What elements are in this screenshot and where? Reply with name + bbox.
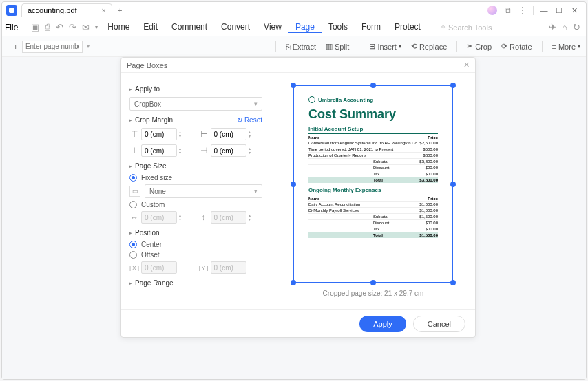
open-external-icon[interactable]: ⧉ bbox=[503, 6, 512, 15]
summary-row: Tax$00.00 bbox=[308, 226, 438, 232]
section-page-range[interactable]: ▸Page Range bbox=[129, 279, 262, 287]
margin-bottom-input[interactable] bbox=[141, 144, 177, 157]
margin-right-input[interactable] bbox=[211, 144, 246, 157]
custom-width-input bbox=[141, 211, 177, 224]
tab-edit[interactable]: Edit bbox=[136, 22, 165, 33]
document-tab[interactable]: accounting.pdf × bbox=[21, 3, 112, 17]
margin-top-icon: ⊤ bbox=[129, 129, 139, 139]
save-icon[interactable]: ▣ bbox=[31, 22, 39, 32]
page-size-select[interactable]: None▾ bbox=[145, 184, 262, 198]
summary-row: Total$1,500.00 bbox=[308, 232, 438, 238]
mail-icon[interactable]: ✉ bbox=[82, 22, 90, 32]
app-logo-icon bbox=[6, 5, 17, 16]
preview-title: Cost Summary bbox=[308, 107, 438, 122]
dialog-footer: Apply Cancel bbox=[121, 309, 475, 337]
crop-handle-tr[interactable] bbox=[450, 83, 456, 88]
section-position[interactable]: ▸Position bbox=[129, 229, 262, 237]
apply-to-select[interactable]: CropBox▾ bbox=[129, 97, 262, 111]
preview-section2: Ongoing Monthly Expenses bbox=[308, 187, 438, 193]
tab-protect[interactable]: Protect bbox=[388, 22, 428, 33]
page-number-input[interactable] bbox=[22, 41, 83, 53]
home-icon[interactable]: ⌂ bbox=[562, 22, 567, 32]
crop-handle-tm[interactable] bbox=[370, 83, 376, 88]
chevron-down-icon[interactable]: ▾ bbox=[95, 24, 98, 30]
chevron-down-icon: ▾ bbox=[254, 100, 258, 107]
rotate-button[interactable]: ⟳Rotate bbox=[498, 41, 534, 52]
search-tools[interactable]: ✧ Search Tools bbox=[440, 23, 492, 32]
spinner: ▴▾ bbox=[179, 213, 181, 221]
dialog-close-icon[interactable]: ✕ bbox=[463, 61, 470, 69]
file-menu[interactable]: File bbox=[5, 23, 18, 32]
redo-icon[interactable]: ↷ bbox=[69, 22, 76, 32]
radio-icon bbox=[129, 201, 137, 208]
split-button[interactable]: ▥Split bbox=[323, 41, 352, 52]
crop-button[interactable]: ✂Crop bbox=[464, 41, 494, 52]
custom-height-input bbox=[211, 211, 246, 224]
crop-handle-bl[interactable] bbox=[291, 280, 296, 285]
app-window: accounting.pdf × + ⧉ ⋮ — ☐ ✕ File ▣ ⎙ ↶ … bbox=[1, 1, 587, 380]
window-close-button[interactable]: ✕ bbox=[568, 6, 580, 15]
crop-preview[interactable]: Umbrella Accounting Cost Summary Initial… bbox=[293, 85, 453, 283]
tab-tools[interactable]: Tools bbox=[322, 22, 355, 33]
tab-view[interactable]: View bbox=[257, 22, 288, 33]
new-tab-button[interactable]: + bbox=[118, 6, 122, 14]
window-minimize-button[interactable]: — bbox=[538, 6, 550, 15]
margin-top-input[interactable] bbox=[141, 128, 177, 140]
tab-home[interactable]: Home bbox=[101, 22, 136, 33]
chevron-down-icon[interactable]: ▾ bbox=[87, 43, 90, 50]
profile-avatar-icon[interactable] bbox=[487, 6, 497, 15]
tab-convert[interactable]: Convert bbox=[214, 22, 257, 33]
spinner[interactable]: ▴▾ bbox=[249, 130, 251, 138]
tab-form[interactable]: Form bbox=[355, 22, 388, 33]
position-offset-radio[interactable]: Offset bbox=[129, 251, 262, 259]
cancel-button[interactable]: Cancel bbox=[413, 316, 465, 332]
page-size-fixed-radio[interactable]: Fixed size bbox=[129, 174, 262, 182]
zoom-in-button[interactable]: + bbox=[13, 43, 17, 51]
apply-button[interactable]: Apply bbox=[359, 316, 406, 332]
position-center-radio[interactable]: Center bbox=[129, 241, 262, 248]
section-apply-to[interactable]: ▸Apply to bbox=[129, 85, 262, 93]
caret-icon: ▸ bbox=[129, 118, 132, 123]
print-icon[interactable]: ⎙ bbox=[45, 22, 50, 32]
insert-button[interactable]: ⊞Insert▾ bbox=[366, 41, 404, 52]
spinner[interactable]: ▴▾ bbox=[249, 146, 251, 155]
margin-left-input[interactable] bbox=[211, 128, 246, 140]
page-size-custom-radio[interactable]: Custom bbox=[129, 201, 262, 208]
send-icon[interactable]: ✈ bbox=[549, 22, 556, 32]
page-icon: ▭ bbox=[129, 186, 140, 197]
titlebar: accounting.pdf × + ⧉ ⋮ — ☐ ✕ bbox=[2, 2, 586, 19]
tab-close-icon[interactable]: × bbox=[102, 6, 106, 14]
replace-icon: ⟲ bbox=[411, 42, 417, 51]
divider bbox=[542, 41, 543, 52]
spinner[interactable]: ▴▾ bbox=[179, 130, 181, 138]
reset-button[interactable]: ↻Reset bbox=[237, 116, 262, 124]
window-maximize-button[interactable]: ☐ bbox=[553, 6, 565, 15]
chevron-down-icon: ▾ bbox=[399, 43, 401, 50]
section-page-size[interactable]: ▸Page Size bbox=[129, 162, 262, 170]
spinner[interactable]: ▴▾ bbox=[179, 146, 181, 155]
search-placeholder: Search Tools bbox=[448, 23, 492, 32]
caret-icon: ▸ bbox=[129, 281, 132, 286]
crop-handle-tl[interactable] bbox=[291, 83, 296, 88]
kebab-menu-icon[interactable]: ⋮ bbox=[518, 6, 527, 15]
more-icon: ≡ bbox=[552, 43, 556, 51]
divider bbox=[456, 41, 457, 52]
crop-handle-bm[interactable] bbox=[370, 280, 376, 285]
tab-comment[interactable]: Comment bbox=[165, 22, 214, 33]
y-label: | Y | bbox=[199, 265, 209, 271]
page-toolbar: − + ▾ ⎘Extract ▥Split ⊞Insert▾ ⟲Replace … bbox=[2, 36, 586, 57]
section-crop-margin[interactable]: ▸Crop Margin ↻Reset bbox=[129, 116, 262, 124]
zoom-out-button[interactable]: − bbox=[5, 43, 9, 51]
cloud-icon[interactable]: ↻ bbox=[573, 22, 580, 32]
undo-icon[interactable]: ↶ bbox=[56, 22, 63, 32]
tab-page[interactable]: Page bbox=[288, 22, 322, 33]
insert-icon: ⊞ bbox=[369, 42, 375, 51]
more-button[interactable]: ≡More▾ bbox=[549, 41, 583, 52]
replace-button[interactable]: ⟲Replace bbox=[408, 41, 450, 52]
crop-handle-lm[interactable] bbox=[291, 182, 296, 187]
summary-row: Tax$00.00 bbox=[308, 171, 438, 177]
radio-icon bbox=[129, 241, 137, 248]
crop-handle-rm[interactable] bbox=[450, 182, 456, 187]
extract-button[interactable]: ⎘Extract bbox=[283, 41, 319, 52]
crop-handle-br[interactable] bbox=[450, 280, 456, 285]
